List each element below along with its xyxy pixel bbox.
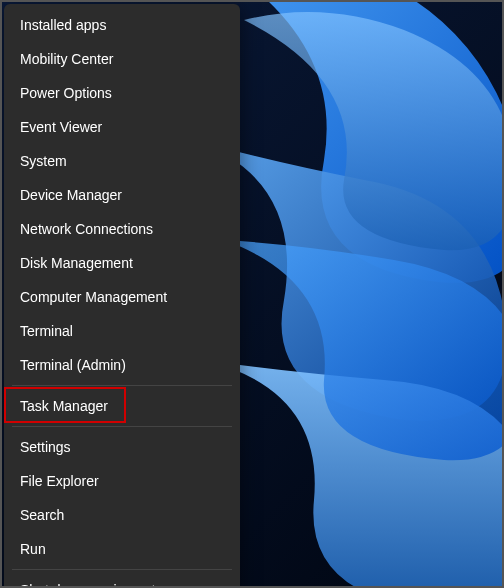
menu-item-label: Device Manager <box>20 187 122 203</box>
menu-item-task-manager[interactable]: Task Manager <box>4 389 240 423</box>
menu-item-label: File Explorer <box>20 473 99 489</box>
menu-item-disk-management[interactable]: Disk Management <box>4 246 240 280</box>
menu-item-settings[interactable]: Settings <box>4 430 240 464</box>
menu-item-label: Network Connections <box>20 221 153 237</box>
menu-item-label: Disk Management <box>20 255 133 271</box>
menu-item-installed-apps[interactable]: Installed apps <box>4 8 240 42</box>
menu-item-run[interactable]: Run <box>4 532 240 566</box>
menu-separator <box>12 385 232 386</box>
menu-item-label: Installed apps <box>20 17 106 33</box>
menu-item-label: Terminal <box>20 323 73 339</box>
menu-item-search[interactable]: Search <box>4 498 240 532</box>
menu-item-network-connections[interactable]: Network Connections <box>4 212 240 246</box>
winx-context-menu: Installed appsMobility CenterPower Optio… <box>4 4 240 588</box>
menu-item-label: Power Options <box>20 85 112 101</box>
menu-item-label: Settings <box>20 439 71 455</box>
menu-item-power-options[interactable]: Power Options <box>4 76 240 110</box>
menu-item-label: Search <box>20 507 64 523</box>
menu-item-mobility-center[interactable]: Mobility Center <box>4 42 240 76</box>
menu-item-system[interactable]: System <box>4 144 240 178</box>
menu-item-label: System <box>20 153 67 169</box>
chevron-right-icon: › <box>221 585 224 589</box>
menu-item-label: Run <box>20 541 46 557</box>
menu-item-label: Event Viewer <box>20 119 102 135</box>
menu-item-label: Computer Management <box>20 289 167 305</box>
menu-item-label: Mobility Center <box>20 51 113 67</box>
menu-item-label: Terminal (Admin) <box>20 357 126 373</box>
menu-item-label: Shut down or sign out <box>20 582 155 588</box>
menu-item-terminal-admin-[interactable]: Terminal (Admin) <box>4 348 240 382</box>
menu-separator <box>12 426 232 427</box>
menu-separator <box>12 569 232 570</box>
menu-item-file-explorer[interactable]: File Explorer <box>4 464 240 498</box>
menu-item-label: Task Manager <box>20 398 108 414</box>
menu-item-device-manager[interactable]: Device Manager <box>4 178 240 212</box>
menu-item-computer-management[interactable]: Computer Management <box>4 280 240 314</box>
menu-item-terminal[interactable]: Terminal <box>4 314 240 348</box>
menu-item-shut-down-or-sign-out[interactable]: Shut down or sign out› <box>4 573 240 588</box>
menu-item-event-viewer[interactable]: Event Viewer <box>4 110 240 144</box>
